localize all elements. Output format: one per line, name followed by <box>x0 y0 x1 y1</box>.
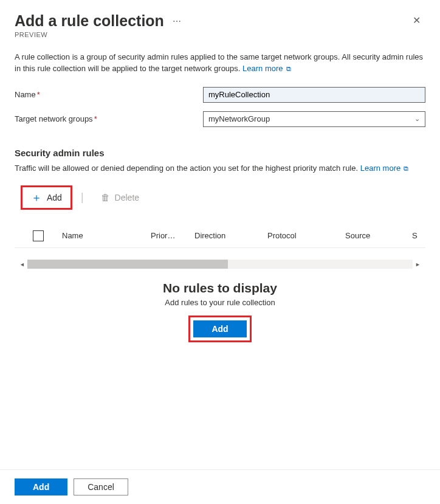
target-groups-label: Target network groups* <box>15 114 203 123</box>
column-priority[interactable]: Prior… <box>151 231 194 240</box>
description-text: A rule collection is a group of security… <box>15 52 425 75</box>
column-name[interactable]: Name <box>62 231 151 240</box>
required-indicator: * <box>94 114 97 123</box>
required-indicator: * <box>37 90 40 99</box>
empty-state-subtitle: Add rules to your rule collection <box>15 298 425 307</box>
scroll-track[interactable] <box>27 260 413 269</box>
learn-more-link[interactable]: Learn more ⧉ <box>242 64 291 73</box>
external-link-icon: ⧉ <box>402 165 408 172</box>
empty-state-title: No rules to display <box>15 281 425 295</box>
rules-learn-more-link[interactable]: Learn more ⧉ <box>360 164 409 173</box>
trash-icon: 🗑 <box>101 192 110 202</box>
close-icon[interactable]: ✕ <box>408 12 425 29</box>
empty-add-button[interactable]: Add <box>193 320 246 337</box>
plus-icon: ＋ <box>31 192 42 203</box>
scroll-left-icon[interactable]: ◄ <box>18 261 26 268</box>
delete-rule-label: Delete <box>115 193 139 202</box>
rules-section-desc: Traffic will be allowed or denied depend… <box>15 163 425 174</box>
add-rule-label: Add <box>47 193 62 202</box>
chevron-down-icon: ⌄ <box>414 115 420 123</box>
description-body: A rule collection is a group of security… <box>15 52 423 73</box>
page-title: Add a rule collection <box>15 12 164 30</box>
add-rule-button[interactable]: ＋ Add <box>21 185 72 210</box>
scroll-right-icon[interactable]: ► <box>414 261 422 268</box>
name-input[interactable] <box>203 87 425 103</box>
name-label: Name* <box>15 90 203 99</box>
rules-section-title: Security admin rules <box>15 148 425 158</box>
column-source-port[interactable]: S <box>412 231 424 240</box>
target-groups-value: myNetworkGroup <box>208 114 270 123</box>
horizontal-scrollbar[interactable]: ◄ ► <box>15 259 425 270</box>
target-groups-select[interactable]: myNetworkGroup ⌄ <box>203 111 425 127</box>
column-direction[interactable]: Direction <box>194 231 267 240</box>
delete-rule-button[interactable]: 🗑 Delete <box>92 187 148 207</box>
select-all-checkbox[interactable] <box>33 230 44 241</box>
footer-cancel-button[interactable]: Cancel <box>74 478 128 495</box>
footer-add-button[interactable]: Add <box>15 478 67 495</box>
column-protocol[interactable]: Protocol <box>267 231 345 240</box>
preview-label: PREVIEW <box>15 31 425 38</box>
rules-table: Name Prior… Direction Protocol Source S … <box>15 224 425 270</box>
toolbar-divider: | <box>81 191 84 204</box>
scroll-thumb[interactable] <box>27 260 228 269</box>
column-source[interactable]: Source <box>345 231 412 240</box>
external-link-icon: ⧉ <box>284 65 291 72</box>
more-icon[interactable]: ⋯ <box>173 16 182 26</box>
